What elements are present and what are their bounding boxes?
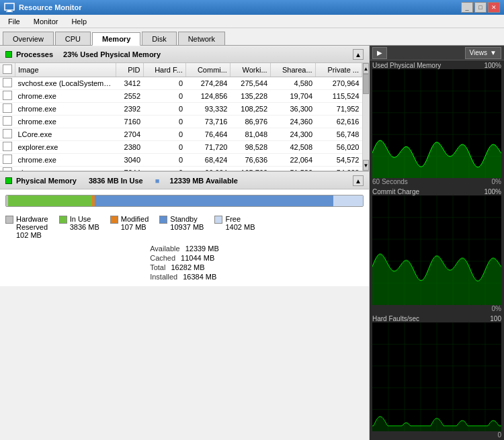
mem-free-bar (333, 195, 363, 206)
tab-network[interactable]: Network (178, 32, 225, 45)
row-checkbox[interactable] (0, 90, 15, 103)
scroll-track[interactable] (363, 74, 369, 160)
memory-section: Physical Memory 3836 MB In Use ■ 12339 M… (0, 171, 369, 286)
row-pid: 7160 (116, 116, 143, 128)
row-pid: 2392 (116, 103, 143, 116)
stat-total-label: Total (150, 263, 165, 271)
processes-scrollbar[interactable]: ▲ ▼ (362, 63, 369, 171)
row-checkbox[interactable] (0, 154, 15, 167)
col-commit[interactable]: Commi... (185, 63, 230, 77)
tab-disk[interactable]: Disk (142, 32, 176, 45)
memory-legend: Hardware Reserved 102 MB In Use 3836 MB (0, 212, 369, 242)
table-row[interactable]: chrome.exe 2392 0 93,332 108,252 36,300 … (0, 103, 362, 116)
row-pid: 3412 (116, 77, 143, 90)
legend-hw-reserved-line2: Reserved (16, 223, 48, 231)
processes-expand-button[interactable]: ▲ (353, 49, 364, 60)
legend-hw-reserved: Hardware Reserved 102 MB (5, 215, 48, 239)
legend-in-use: In Use 3836 MB (59, 215, 99, 239)
legend-in-use-label: In Use (70, 215, 99, 223)
row-hardfaults: 0 (143, 128, 185, 141)
tab-memory[interactable]: Memory (92, 32, 140, 46)
memory-expand-button[interactable]: ▲ (353, 175, 364, 186)
graph3-pct: 100 (490, 315, 501, 322)
graph3-bottom: 0 (370, 431, 504, 440)
left-panel: Processes 23% Used Physical Memory ▲ Ima… (0, 46, 370, 440)
legend-free: Free 1402 MB (214, 215, 255, 239)
processes-table-wrapper: Image PID Hard F... Commi... Worki... Sh… (0, 63, 369, 171)
stat-total-value: 16282 MB (171, 263, 204, 271)
row-checkbox[interactable] (0, 103, 15, 116)
tab-overview[interactable]: Overview (3, 32, 54, 45)
col-image[interactable]: Image (15, 63, 116, 77)
memory-stats: Available 12339 MB Cached 11044 MB Total… (0, 242, 369, 286)
graph2-pct: 100% (484, 188, 501, 195)
menu-monitor[interactable]: Monitor (28, 16, 64, 27)
table-row[interactable]: LCore.exe 2704 0 76,464 81,048 24,300 56… (0, 128, 362, 141)
row-commit: 76,464 (185, 128, 230, 141)
row-commit: 71,720 (185, 141, 230, 154)
memory-header: Physical Memory 3836 MB In Use ■ 12339 M… (0, 172, 369, 189)
row-hardfaults: 0 (143, 103, 185, 116)
scroll-up-arrow[interactable]: ▲ (363, 63, 369, 74)
graph1-canvas-area (372, 69, 501, 178)
legend-standby-color (159, 216, 167, 224)
graph1-title: Used Physical Memory (372, 62, 441, 69)
row-private: 54,572 (315, 154, 362, 167)
maximize-button[interactable]: □ (474, 2, 487, 13)
menu-help[interactable]: Help (66, 16, 92, 27)
table-row[interactable]: explorer.exe 2380 0 71,720 98,528 42,508… (0, 141, 362, 154)
col-hardfaults[interactable]: Hard F... (143, 63, 185, 77)
right-panel: ▶ Views ▼ Used Physical Memory 100% 60 S… (370, 46, 504, 440)
row-commit: 68,424 (185, 154, 230, 167)
table-row[interactable]: chrome.exe 3040 0 68,424 76,636 22,064 5… (0, 154, 362, 167)
legend-free-label: Free (225, 215, 255, 223)
svg-rect-2 (6, 11, 13, 12)
legend-modified-color (110, 216, 118, 224)
legend-hw-reserved-line1: Hardware (16, 215, 48, 223)
menu-file[interactable]: File (3, 16, 26, 27)
right-panel-arrow-button[interactable]: ▶ (372, 47, 387, 59)
scroll-down-arrow[interactable]: ▼ (363, 160, 369, 171)
row-image: chrome.exe (15, 90, 116, 103)
col-pid[interactable]: PID (116, 63, 143, 77)
row-working: 108,252 (230, 103, 270, 116)
table-row[interactable]: svchost.exe (LocalSystemNet... 3412 0 27… (0, 77, 362, 90)
scroll-thumb[interactable] (363, 74, 369, 94)
row-checkbox[interactable] (0, 141, 15, 154)
row-image: chrome.exe (15, 103, 116, 116)
row-private: 56,748 (315, 128, 362, 141)
row-image: explorer.exe (15, 141, 116, 154)
col-shareable[interactable]: Sharea... (270, 63, 315, 77)
row-hardfaults: 0 (143, 116, 185, 128)
graph-hard-faults-section: Hard Faults/sec 100 0 (370, 314, 504, 440)
row-working: 76,636 (230, 154, 270, 167)
col-working[interactable]: Worki... (230, 63, 270, 77)
row-shareable: 19,704 (270, 90, 315, 103)
row-checkbox[interactable] (0, 77, 15, 90)
row-hardfaults: 0 (143, 90, 185, 103)
processes-table-container[interactable]: Image PID Hard F... Commi... Worki... Sh… (0, 63, 362, 171)
right-panel-header: ▶ Views ▼ (370, 46, 504, 60)
graph1-bottom-left: 60 Seconds (372, 178, 408, 185)
legend-in-use-value: 3836 MB (70, 223, 99, 231)
graph-used-physical-section: Used Physical Memory 100% 60 Seconds 0% (370, 60, 504, 187)
row-private: 71,952 (315, 103, 362, 116)
row-pid: 2552 (116, 90, 143, 103)
table-row[interactable]: chrome.exe 7160 0 73,716 86,976 24,360 6… (0, 116, 362, 128)
views-button[interactable]: Views ▼ (465, 47, 501, 59)
table-row[interactable]: chrome.exe 2552 0 124,856 135,228 19,704… (0, 90, 362, 103)
row-hardfaults: 0 (143, 141, 185, 154)
title-bar: Resource Monitor _ □ ✕ (0, 0, 504, 15)
col-checkbox[interactable] (0, 63, 15, 77)
tab-cpu[interactable]: CPU (55, 32, 91, 45)
graph2-title: Commit Charge (372, 188, 419, 195)
stat-available-value: 12339 MB (185, 245, 219, 253)
row-checkbox[interactable] (0, 128, 15, 141)
processes-header: Processes 23% Used Physical Memory ▲ (0, 46, 369, 63)
minimize-button[interactable]: _ (461, 2, 473, 13)
row-working: 275,544 (230, 77, 270, 90)
col-private[interactable]: Private ... (315, 63, 362, 77)
close-button[interactable]: ✕ (488, 2, 500, 13)
row-checkbox[interactable] (0, 116, 15, 128)
mem-standby-bar (95, 195, 334, 206)
